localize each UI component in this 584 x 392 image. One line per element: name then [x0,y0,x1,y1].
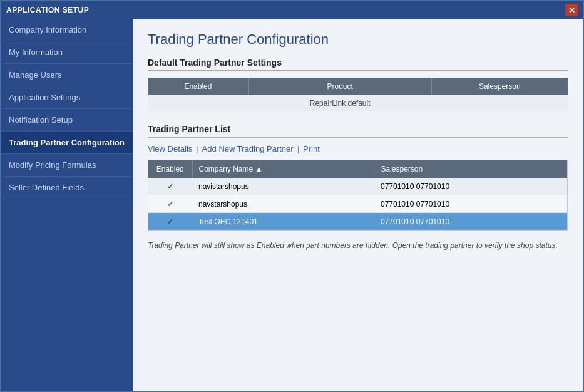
row2-salesperson: 07701010 07701010 [374,195,567,213]
partner-table: Enabled Company Name ▲ Salesperson ✓ nav… [148,160,567,230]
default-col-enabled: Enabled [148,78,248,95]
print-link[interactable]: Print [303,144,320,153]
row1-company: navistarshopus [192,178,374,195]
application-window: APPLICATION SETUP ✕ Company Information … [0,0,584,392]
separator-1: | [196,144,198,153]
title-bar: APPLICATION SETUP ✕ [1,1,583,19]
default-row-enabled [148,95,248,111]
row3-enabled: ✓ [148,213,192,230]
default-row-product: RepairLink default [248,95,431,111]
main-content: Company Information My Information Manag… [1,19,583,391]
default-row-salesperson [431,95,568,111]
row3-salesperson: 07701010 07701010 [374,213,567,230]
table-row[interactable]: ✓ navistarshopus 07701010 07701010 [148,178,567,195]
row1-salesperson: 07701010 07701010 [374,178,567,195]
partner-col-enabled: Enabled [148,160,192,178]
sidebar-item-trading-partner-configuration[interactable]: Trading Partner Configuration [1,132,133,154]
separator-2: | [297,144,299,153]
content-area: Trading Partner Configuration Default Tr… [133,19,583,391]
row3-company: Test OEC 121401 [192,213,374,230]
sidebar-item-manage-users[interactable]: Manage Users [1,64,133,86]
partner-col-company: Company Name ▲ [192,160,374,178]
default-settings-title: Default Trading Partner Settings [148,58,568,71]
partner-table-wrapper: Enabled Company Name ▲ Salesperson ✓ nav… [148,160,568,231]
footer-note: Trading Partner will still show as Enabl… [148,241,568,250]
page-title: Trading Partner Configuration [148,31,568,48]
partner-list-section: Trading Partner List View Details | Add … [148,124,568,250]
view-details-link[interactable]: View Details [148,144,192,153]
table-row[interactable]: ✓ Test OEC 121401 07701010 07701010 [148,213,567,230]
sidebar-item-application-settings[interactable]: Application Settings [1,86,133,109]
default-col-product: Product [248,78,431,95]
default-col-salesperson: Salesperson [431,78,568,95]
action-bar: View Details | Add New Trading Partner |… [148,144,568,153]
partner-col-salesperson: Salesperson [374,160,567,178]
row2-enabled: ✓ [148,195,192,213]
sidebar-item-modify-pricing-formulas[interactable]: Modify Pricing Formulas [1,154,133,177]
default-settings-table: Enabled Product Salesperson RepairLink d… [148,78,568,111]
table-row[interactable]: ✓ navstarshopus 07701010 07701010 [148,195,567,213]
row2-company: navstarshopus [192,195,374,213]
row1-enabled: ✓ [148,178,192,195]
add-new-trading-partner-link[interactable]: Add New Trading Partner [202,144,294,153]
sidebar-item-seller-defined-fields[interactable]: Seller Defined Fields [1,177,133,199]
close-button[interactable]: ✕ [565,4,578,16]
sidebar: Company Information My Information Manag… [1,19,133,391]
window-title: APPLICATION SETUP [6,6,89,14]
sidebar-item-notification-setup[interactable]: Notification Setup [1,109,133,132]
partner-list-title: Trading Partner List [148,124,568,138]
sidebar-item-company-information[interactable]: Company Information [1,19,133,41]
sidebar-item-my-information[interactable]: My Information [1,41,133,64]
